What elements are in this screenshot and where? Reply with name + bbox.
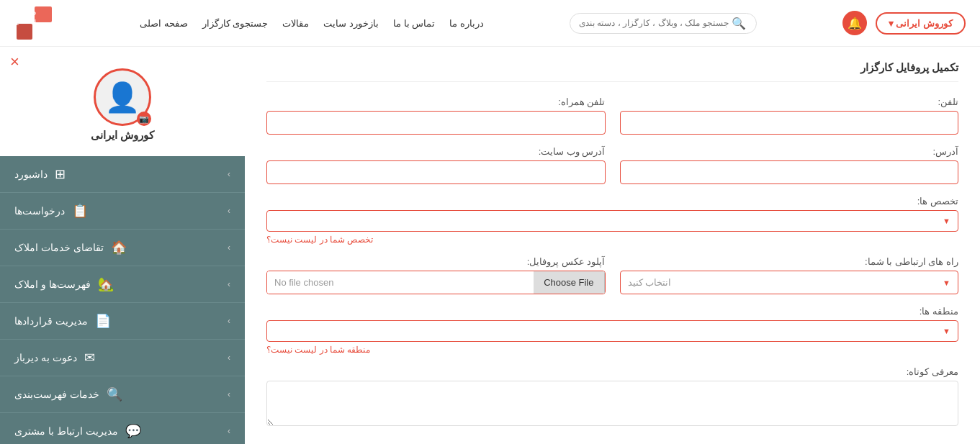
form-group-mobile: تلفن همراه: — [266, 96, 606, 135]
sidebar-profile: × 👤 📷 کوروش ایرانی — [0, 47, 245, 156]
contact-methods-select[interactable]: ▼ انتخاب کنید — [620, 271, 959, 294]
chevron-left-icon-3: › — [228, 243, 230, 253]
nav-item-feedback[interactable]: بازخورد سایت — [323, 18, 379, 29]
intro-label: معرفی کوتاه: — [266, 366, 958, 377]
login-button[interactable]: کوروش ایرانی ▾ — [876, 12, 966, 35]
chevron-left-icon-7: › — [228, 389, 230, 399]
sidebar-close-button[interactable]: × — [10, 54, 19, 70]
header-right: کوروش ایرانی ▾ 🔔 — [842, 11, 966, 35]
sidebar-item-listings-label: فهرست‌ها و املاک — [14, 278, 91, 290]
not-in-list-regions[interactable]: منطقه شما در لیست نیست؟ — [266, 345, 370, 355]
main-content: تکمیل پروفایل کارگزار تلفن: تلفن همراه: … — [245, 47, 980, 444]
notification-button[interactable]: 🔔 — [842, 11, 867, 35]
header-nav: صفحه اصلی جستجوی کارگزار مقالات بازخورد … — [140, 18, 484, 29]
chevron-down-icon-3: ▼ — [943, 327, 950, 335]
chevron-down-icon: ▼ — [943, 217, 950, 225]
avatar-wrap: 👤 📷 — [94, 68, 151, 126]
chevron-left-icon-5: › — [228, 316, 230, 326]
photo-label: آپلود عکس پروفایل: — [266, 256, 606, 267]
sidebar-item-invite[interactable]: › ✉ دعوت به دیرباز — [0, 340, 245, 376]
form-row-2: آدرس: آدرس وب سایت: — [266, 146, 958, 184]
dashboard-icon: ⊞ — [55, 166, 66, 182]
chevron-left-icon-6: › — [228, 353, 230, 363]
form-group-phone: تلفن: — [620, 96, 959, 135]
bell-icon: 🔔 — [848, 17, 862, 30]
form-group-specialties: تخصص ها: ▼ تخصص شما در لیست نیست؟ — [266, 196, 958, 245]
sidebar-item-real-estate-services[interactable]: › 🏠 تقاضای خدمات املاک — [0, 230, 245, 266]
form-group-regions: منطقه ها: ▼ منطقه شما در لیست نیست؟ — [266, 306, 958, 355]
profile-name: کوروش ایرانی — [91, 129, 154, 142]
sidebar-item-crm-right: 💬 مدیریت ارتباط با مشتری — [14, 423, 141, 439]
camera-icon: 📷 — [139, 114, 149, 124]
chevron-left-icon-2: › — [228, 206, 230, 216]
chevron-left-icon: › — [228, 169, 230, 179]
sidebar-menu: › ⊞ داشبورد › 📋 درخواست‌ها › 🏠 تقاضای خد… — [0, 156, 245, 444]
sidebar-item-requests-label: درخواست‌ها — [14, 205, 65, 217]
regions-label: منطقه ها: — [266, 306, 958, 317]
logo-icon: DIR BAAZ D B — [14, 5, 54, 41]
nav-item-home[interactable]: صفحه اصلی — [140, 18, 188, 29]
sidebar-item-listings-right: 🏡 فهرست‌ها و املاک — [14, 276, 114, 292]
not-in-list-specialties[interactable]: تخصص شما در لیست نیست؟ — [266, 235, 373, 245]
avatar-person-icon: 👤 — [104, 81, 140, 114]
specialties-label: تخصص ها: — [266, 196, 958, 207]
form-row-3: تخصص ها: ▼ تخصص شما در لیست نیست؟ — [266, 196, 958, 245]
requests-icon: 📋 — [72, 203, 88, 219]
sidebar-item-listing-services-label: خدمات فهرست‌بندی — [14, 389, 99, 400]
invite-icon: ✉ — [84, 350, 95, 366]
form-group-photo: آپلود عکس پروفایل: No file chosen Choose… — [266, 256, 606, 294]
avatar-badge: 📷 — [137, 112, 151, 126]
address-input[interactable] — [620, 160, 959, 184]
svg-text:BAAZ: BAAZ — [14, 21, 19, 26]
form-group-address: آدرس: — [620, 146, 959, 184]
svg-rect-1 — [17, 24, 32, 40]
chevron-down-icon-2: ▼ — [943, 278, 950, 287]
header: کوروش ایرانی ▾ 🔔 🔍 صفحه اصلی جستجوی کارگ… — [0, 0, 980, 47]
svg-text:DIR: DIR — [14, 13, 19, 19]
no-file-chosen-text: No file chosen — [267, 271, 534, 294]
form-row-6: معرفی کوتاه: — [266, 366, 958, 426]
sidebar-item-invite-right: ✉ دعوت به دیرباز — [14, 350, 95, 366]
search-icon: 🔍 — [732, 17, 746, 30]
svg-rect-0 — [35, 6, 52, 22]
mobile-input[interactable] — [266, 111, 606, 135]
sidebar-item-dashboard-right: ⊞ داشبورد — [14, 166, 66, 182]
sidebar-item-contracts[interactable]: › 📄 مدیریت قراردادها — [0, 303, 245, 340]
sidebar-item-listings[interactable]: › 🏡 فهرست‌ها و املاک — [0, 266, 245, 303]
sidebar-item-dashboard[interactable]: › ⊞ داشبورد — [0, 156, 245, 193]
nav-item-about[interactable]: درباره ما — [449, 18, 484, 29]
main-layout: تکمیل پروفایل کارگزار تلفن: تلفن همراه: … — [0, 47, 980, 444]
form-row-1: تلفن: تلفن همراه: — [266, 96, 958, 135]
phone-label: تلفن: — [620, 96, 959, 107]
form-group-contact-methods: راه های ارتباطی با شما: ▼ انتخاب کنید — [620, 256, 959, 294]
intro-textarea[interactable] — [266, 381, 958, 426]
sidebar-item-contracts-right: 📄 مدیریت قراردادها — [14, 313, 111, 329]
choose-file-button[interactable]: Choose File — [534, 271, 604, 294]
contracts-icon: 📄 — [95, 313, 111, 329]
nav-item-search[interactable]: جستجوی کارگزار — [202, 18, 269, 29]
phone-input[interactable] — [620, 111, 959, 135]
mobile-label: تلفن همراه: — [266, 96, 606, 107]
specialties-select[interactable]: ▼ — [266, 210, 958, 232]
contact-methods-label: راه های ارتباطی با شما: — [620, 256, 959, 267]
regions-select[interactable]: ▼ — [266, 320, 958, 342]
nav-item-contact[interactable]: تماس با ما — [393, 18, 435, 29]
sidebar-item-crm-label: مدیریت ارتباط با مشتری — [14, 425, 118, 437]
sidebar-item-crm[interactable]: › 💬 مدیریت ارتباط با مشتری — [0, 413, 245, 444]
nav-item-articles[interactable]: مقالات — [282, 18, 309, 29]
form-title: تکمیل پروفایل کارگزار — [266, 61, 958, 82]
search-input[interactable] — [577, 18, 729, 28]
sidebar-item-requests-right: 📋 درخواست‌ها — [14, 203, 88, 219]
website-input[interactable] — [266, 160, 606, 184]
sidebar-item-listing-services[interactable]: › 🔍 خدمات فهرست‌بندی — [0, 376, 245, 413]
sidebar-item-requests[interactable]: › 📋 درخواست‌ها — [0, 193, 245, 230]
real-estate-icon: 🏠 — [111, 240, 127, 255]
chevron-left-icon-8: › — [228, 426, 230, 436]
contact-methods-placeholder: انتخاب کنید — [628, 277, 672, 288]
sidebar-item-real-estate-label: تقاضای خدمات املاک — [14, 242, 104, 253]
form-row-4: راه های ارتباطی با شما: ▼ انتخاب کنید آپ… — [266, 256, 958, 294]
address-label: آدرس: — [620, 146, 959, 157]
search-button[interactable]: 🔍 — [729, 17, 749, 30]
form-group-intro: معرفی کوتاه: — [266, 366, 958, 426]
sidebar-item-invite-label: دعوت به دیرباز — [14, 352, 77, 363]
